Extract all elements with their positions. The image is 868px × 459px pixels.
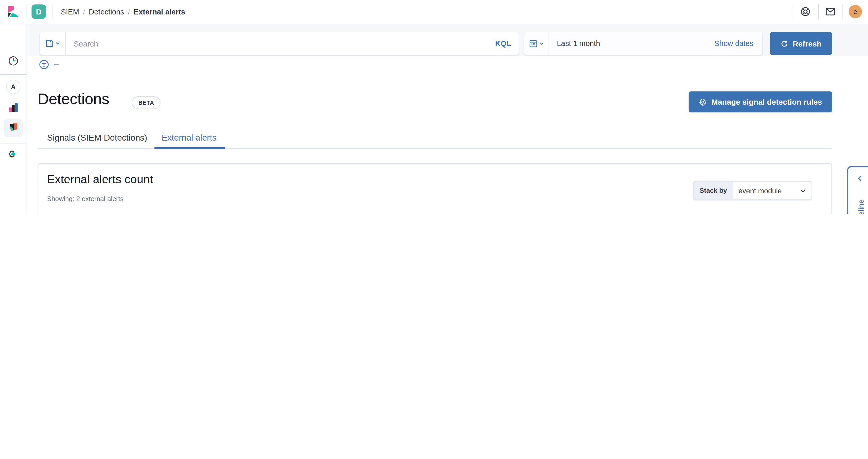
breadcrumb-detections[interactable]: Detections bbox=[89, 8, 124, 16]
kql-button[interactable]: KQL bbox=[488, 39, 519, 48]
top-header: D SIEM / Detections / External alerts e bbox=[0, 0, 868, 24]
refresh-icon bbox=[780, 39, 788, 47]
filter-menu-icon[interactable] bbox=[39, 59, 49, 70]
divider bbox=[818, 4, 819, 20]
app-a-icon[interactable]: A bbox=[6, 80, 21, 94]
breadcrumb-separator: / bbox=[128, 8, 130, 16]
chart-panel-title: External alerts count bbox=[47, 173, 153, 186]
beta-badge: BETA bbox=[132, 96, 161, 109]
saved-query-menu-button[interactable] bbox=[40, 32, 66, 55]
siem-app-icon[interactable] bbox=[8, 123, 18, 132]
external-alerts-count-panel: External alerts count Showing: 2 externa… bbox=[38, 163, 832, 214]
manage-signal-detection-rules-button[interactable]: Manage signal detection rules bbox=[689, 91, 832, 113]
help-icon[interactable] bbox=[800, 6, 811, 17]
timeline-flyout-toggle[interactable]: Timeline bbox=[847, 166, 868, 214]
search-bar: KQL bbox=[40, 32, 519, 55]
user-avatar[interactable]: e bbox=[848, 5, 862, 18]
search-input[interactable] bbox=[66, 39, 488, 48]
breadcrumb: SIEM / Detections / External alerts bbox=[61, 0, 185, 24]
divider bbox=[793, 4, 793, 20]
visualize-app-icon[interactable] bbox=[8, 102, 19, 113]
chart-panel-subtitle: Showing: 2 external alerts bbox=[47, 195, 123, 203]
stack-by-select[interactable]: event.module bbox=[733, 182, 811, 200]
stack-by-control: Stack by event.module bbox=[693, 181, 812, 200]
kibana-siem-page: D SIEM / Detections / External alerts e bbox=[0, 0, 868, 214]
tab-signals[interactable]: Signals (SIEM Detections) bbox=[47, 133, 147, 143]
chevron-left-icon bbox=[857, 175, 863, 182]
date-picker: Last 1 month Show dates bbox=[524, 32, 762, 55]
divider bbox=[0, 74, 27, 75]
divider bbox=[53, 4, 53, 20]
breadcrumb-current: External alerts bbox=[134, 8, 185, 16]
show-dates-button[interactable]: Show dates bbox=[714, 39, 762, 48]
page-title: Detections bbox=[38, 90, 109, 108]
recently-viewed-icon[interactable] bbox=[8, 55, 19, 66]
space-badge[interactable]: D bbox=[32, 4, 46, 19]
calendar-icon bbox=[529, 39, 537, 48]
chevron-down-icon bbox=[800, 187, 806, 193]
timeline-label: Timeline bbox=[857, 199, 865, 214]
filter-row bbox=[27, 56, 868, 74]
breadcrumb-separator: / bbox=[83, 8, 85, 16]
kibana-logo-icon[interactable] bbox=[7, 5, 20, 18]
chevron-down-icon bbox=[539, 41, 544, 46]
filter-dash bbox=[54, 64, 59, 65]
active-tab-underline bbox=[154, 147, 225, 149]
divider bbox=[842, 4, 843, 20]
breadcrumb-siem[interactable]: SIEM bbox=[61, 8, 79, 16]
refresh-button[interactable]: Refresh bbox=[770, 32, 832, 55]
divider bbox=[27, 4, 27, 20]
chevron-down-icon bbox=[55, 41, 60, 46]
tab-external-alerts[interactable]: External alerts bbox=[162, 133, 216, 143]
left-nav-sidebar: A ⚙ bbox=[0, 24, 27, 214]
gear-icon bbox=[699, 98, 707, 106]
date-quick-select-button[interactable] bbox=[524, 32, 549, 55]
date-range-value[interactable]: Last 1 month bbox=[549, 39, 715, 48]
divider bbox=[0, 143, 27, 144]
newsfeed-icon[interactable] bbox=[825, 6, 836, 17]
stack-by-label: Stack by bbox=[693, 182, 733, 200]
save-icon bbox=[45, 39, 54, 48]
